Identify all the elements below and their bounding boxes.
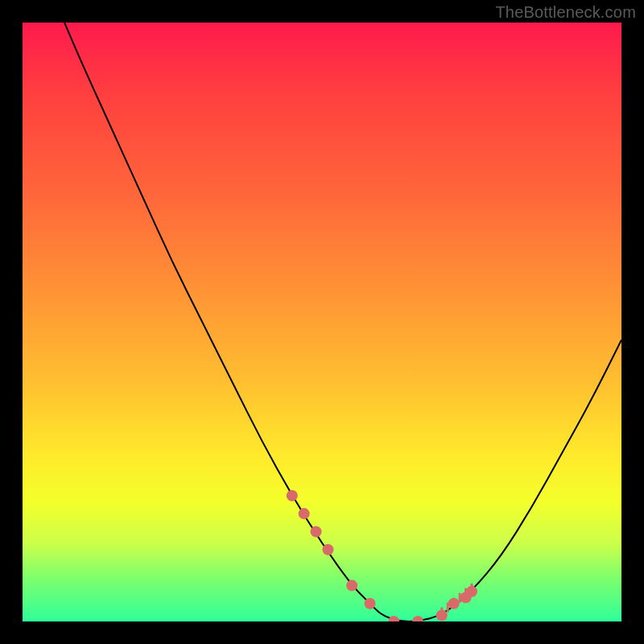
curve-group <box>64 23 621 621</box>
data-marker <box>322 544 333 555</box>
data-marker <box>388 616 399 621</box>
data-marker <box>299 508 310 519</box>
plot-area <box>23 23 621 621</box>
data-marker <box>287 490 298 502</box>
watermark-text: TheBottleneck.com <box>495 3 636 22</box>
data-marker <box>436 610 448 621</box>
chart-frame: TheBottleneck.com <box>0 0 644 644</box>
data-marker <box>311 526 322 537</box>
data-marker <box>346 580 357 591</box>
bottleneck-curve-path <box>64 23 621 621</box>
data-marker <box>365 598 376 609</box>
data-marker <box>412 616 423 621</box>
marker-group <box>287 490 477 621</box>
curve-svg <box>23 23 621 621</box>
data-marker <box>466 586 477 597</box>
data-marker <box>448 598 460 609</box>
